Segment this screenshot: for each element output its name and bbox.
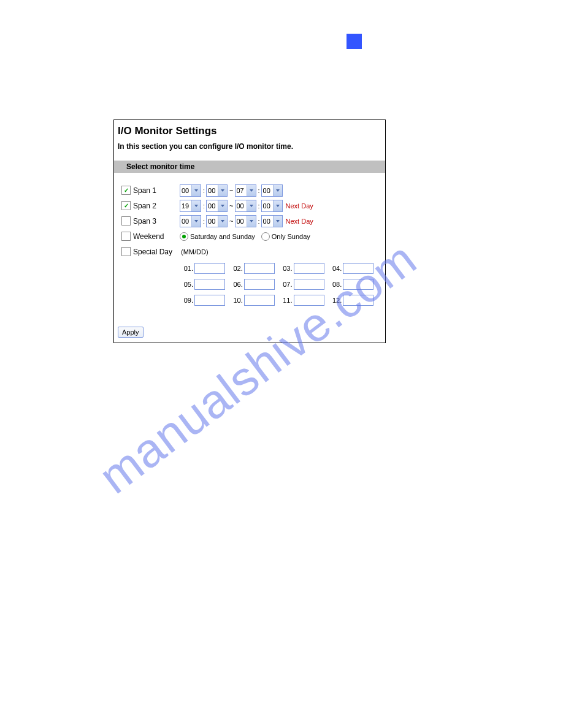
- date-10-input[interactable]: [244, 295, 275, 306]
- weekend-radio-satsun[interactable]: [180, 232, 188, 241]
- weekend-row: Weekend Saturday and Sunday Only Sunday: [121, 230, 378, 243]
- span1-m2-select[interactable]: 00: [261, 184, 283, 197]
- chevron-down-icon: [247, 200, 256, 211]
- date-03-label: 03.: [279, 265, 293, 272]
- sep-colon: :: [203, 187, 205, 194]
- date-04-label: 04.: [328, 265, 342, 272]
- chevron-down-icon: [273, 200, 282, 211]
- date-10-label: 10.: [229, 297, 243, 304]
- span1-h2-select[interactable]: 07: [235, 184, 256, 197]
- date-02-input[interactable]: [244, 263, 275, 274]
- span3-m1-select[interactable]: 00: [206, 215, 228, 227]
- date-06-label: 06.: [229, 281, 243, 288]
- span3-h1-select[interactable]: 00: [180, 215, 201, 227]
- span3-h2-select[interactable]: 00: [235, 215, 256, 227]
- span2-next-day: Next Day: [286, 202, 313, 210]
- weekend-radio-sun[interactable]: [261, 232, 270, 241]
- accent-square: [347, 34, 362, 49]
- span2-m2-select[interactable]: 00: [261, 200, 283, 212]
- date-12-label: 12.: [328, 297, 342, 304]
- chevron-down-icon: [191, 216, 201, 227]
- form-area: ✓ Span 1 00 : 00 ~ 07 : 00 ✓ Span 2 19 :…: [114, 173, 385, 319]
- span2-m1-select[interactable]: 00: [206, 200, 228, 212]
- date-04-input[interactable]: [343, 263, 373, 274]
- span3-row: Span 3 00 : 00 ~ 00 : 00 Next Day: [121, 214, 378, 227]
- span1-checkbox[interactable]: ✓: [121, 186, 131, 195]
- chevron-down-icon: [218, 185, 227, 196]
- date-05-label: 05.: [180, 281, 193, 288]
- span2-checkbox[interactable]: ✓: [121, 201, 131, 210]
- chevron-down-icon: [191, 200, 201, 211]
- span2-row: ✓ Span 2 19 : 00 ~ 00 : 00 Next Day: [121, 199, 378, 212]
- weekend-label: Weekend: [133, 232, 164, 241]
- chevron-down-icon: [191, 185, 201, 196]
- span3-checkbox[interactable]: [121, 216, 131, 226]
- date-01-input[interactable]: [194, 263, 225, 274]
- date-02-label: 02.: [229, 265, 243, 272]
- date-11-input[interactable]: [294, 295, 324, 306]
- special-day-hint: (MM/DD): [181, 248, 209, 256]
- weekend-option1-label: Saturday and Sunday: [190, 233, 255, 240]
- special-day-label: Special Day: [133, 248, 172, 256]
- span3-label: Span 3: [133, 217, 156, 226]
- date-09-input[interactable]: [194, 295, 225, 306]
- date-12-input[interactable]: [343, 295, 373, 306]
- date-08-label: 08.: [328, 281, 342, 288]
- special-day-row: Special Day (MM/DD): [121, 245, 378, 258]
- panel-description: In this section you can configure I/O mo…: [118, 142, 381, 151]
- chevron-down-icon: [218, 216, 227, 227]
- chevron-down-icon: [247, 185, 256, 196]
- date-09-label: 09.: [180, 297, 193, 304]
- sep-tilde: ~: [229, 187, 233, 194]
- date-07-input[interactable]: [294, 279, 324, 290]
- date-08-input[interactable]: [343, 279, 373, 290]
- date-01-label: 01.: [180, 265, 193, 272]
- special-day-checkbox[interactable]: [121, 247, 131, 256]
- span1-row: ✓ Span 1 00 : 00 ~ 07 : 00: [121, 184, 378, 197]
- panel-title: I/O Monitor Settings: [118, 125, 381, 137]
- chevron-down-icon: [247, 216, 256, 227]
- chevron-down-icon: [273, 216, 282, 227]
- span1-label: Span 1: [133, 186, 156, 195]
- sep-colon: :: [258, 187, 260, 194]
- date-07-label: 07.: [279, 281, 293, 288]
- section-header: Select monitor time: [114, 161, 385, 173]
- span2-h1-select[interactable]: 19: [180, 200, 201, 212]
- span1-h1-select[interactable]: 00: [180, 184, 201, 197]
- span3-next-day: Next Day: [286, 218, 313, 225]
- settings-panel: I/O Monitor Settings In this section you…: [113, 119, 386, 343]
- date-03-input[interactable]: [294, 263, 324, 274]
- apply-button[interactable]: Apply: [118, 327, 144, 338]
- span3-m2-select[interactable]: 00: [261, 215, 283, 227]
- special-day-grid: 01. 02. 03. 04. 05. 06. 07. 08. 09. 10. …: [180, 263, 378, 306]
- weekend-checkbox[interactable]: [121, 232, 131, 241]
- chevron-down-icon: [218, 200, 227, 211]
- date-05-input[interactable]: [194, 279, 225, 290]
- span1-m1-select[interactable]: 00: [206, 184, 228, 197]
- weekend-option2-label: Only Sunday: [272, 233, 310, 240]
- date-11-label: 11.: [279, 297, 293, 304]
- span2-h2-select[interactable]: 00: [235, 200, 256, 212]
- chevron-down-icon: [273, 185, 282, 196]
- date-06-input[interactable]: [244, 279, 275, 290]
- span2-label: Span 2: [133, 202, 156, 210]
